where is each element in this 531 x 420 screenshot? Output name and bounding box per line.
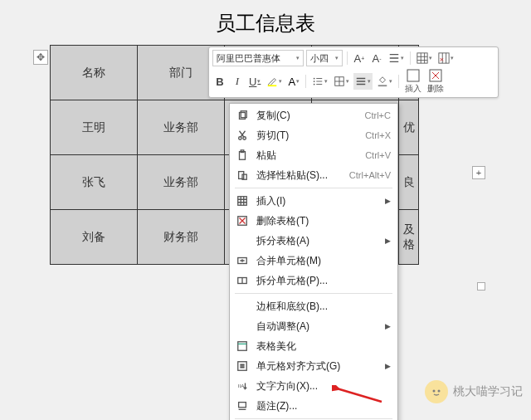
svg-point-3 <box>314 78 315 80</box>
menu-text-direction[interactable]: IIA 文字方向(X)... <box>230 376 397 396</box>
svg-point-12 <box>239 137 242 140</box>
watermark-icon <box>425 380 448 403</box>
submenu-arrow-icon: ▶ <box>385 322 391 330</box>
font-size-select[interactable]: 小四▾ <box>306 50 343 66</box>
beautify-icon <box>235 339 250 354</box>
menu-merge-cells[interactable]: 合并单元格(M) <box>230 251 397 271</box>
svg-rect-8 <box>407 70 419 81</box>
menu-separator <box>235 293 392 294</box>
copy-icon <box>235 108 250 123</box>
table-resize-handle[interactable] <box>477 282 485 291</box>
cell-name[interactable]: 刘备 <box>51 210 138 265</box>
split-cells-icon <box>235 273 250 288</box>
line-spacing-button[interactable] <box>387 50 406 66</box>
bullet-list-button[interactable] <box>310 73 329 90</box>
menu-separator <box>235 418 392 419</box>
underline-button[interactable]: U <box>247 73 262 90</box>
watermark: 桃大喵学习记 <box>425 380 523 403</box>
cell-name[interactable]: 张飞 <box>51 155 138 210</box>
increase-font-button[interactable]: A+ <box>352 50 367 66</box>
insert-table-button[interactable] <box>415 50 434 66</box>
svg-rect-2 <box>268 85 277 86</box>
cell-tail[interactable]: 优 <box>399 100 419 155</box>
menu-borders[interactable]: 边框和底纹(B)... <box>230 296 397 316</box>
text-direction-icon: IIA <box>235 378 250 393</box>
menu-delete-table[interactable]: 删除表格(T) <box>230 211 397 231</box>
menu-autofit[interactable]: 自动调整(A) ▶ <box>230 316 397 336</box>
align-button[interactable] <box>353 73 373 90</box>
svg-rect-18 <box>238 197 247 206</box>
svg-point-4 <box>314 81 315 82</box>
menu-caption[interactable]: 题注(Z)... <box>230 396 397 416</box>
menu-cell-align[interactable]: 单元格对齐方式(G) ▶ <box>230 356 397 376</box>
delete-table-icon <box>235 213 250 228</box>
menu-beautify[interactable]: 表格美化 <box>230 336 397 356</box>
cell-tail[interactable]: 及格 <box>399 210 419 265</box>
menu-copy[interactable]: 复制(C) Ctrl+C <box>230 105 397 125</box>
document-title: 员工信息表 <box>0 0 531 42</box>
font-color-button[interactable]: A <box>286 73 301 90</box>
svg-rect-25 <box>239 403 246 408</box>
menu-insert[interactable]: 插入(I) ▶ <box>230 191 397 211</box>
header-cell[interactable]: 名称 <box>51 46 138 100</box>
insert-group-button[interactable]: 插入 <box>403 68 423 95</box>
border-button[interactable] <box>332 73 351 90</box>
delete-table-button[interactable] <box>436 50 455 66</box>
insert-icon <box>235 193 250 208</box>
svg-point-28 <box>438 390 441 393</box>
cell-dept[interactable]: 业务部 <box>138 155 225 210</box>
menu-cut[interactable]: 剪切(T) Ctrl+X <box>230 125 397 145</box>
svg-point-27 <box>433 390 436 393</box>
highlight-button[interactable] <box>265 73 284 90</box>
table-move-handle[interactable]: ✥ <box>33 50 48 65</box>
merge-cells-icon <box>235 253 250 268</box>
decrease-font-button[interactable]: A- <box>369 50 384 66</box>
submenu-arrow-icon: ▶ <box>385 237 391 245</box>
delete-group-button[interactable]: 删除 <box>426 68 446 95</box>
menu-separator <box>235 188 392 188</box>
svg-rect-22 <box>238 342 247 351</box>
svg-rect-16 <box>239 172 244 179</box>
cut-icon <box>235 128 250 143</box>
menu-paste-special[interactable]: 选择性粘贴(S)... Ctrl+Alt+V <box>230 165 397 185</box>
context-menu: 复制(C) Ctrl+C 剪切(T) Ctrl+X 粘贴 Ctrl+V 选择性粘… <box>229 103 398 420</box>
caption-icon <box>235 398 250 413</box>
mini-toolbar: 阿里巴巴普惠体▾ 小四▾ A+ A- B I U A <box>208 46 499 98</box>
font-name-select[interactable]: 阿里巴巴普惠体▾ <box>212 50 304 66</box>
svg-rect-7 <box>378 85 387 86</box>
paste-icon <box>235 148 250 163</box>
svg-point-5 <box>314 84 315 85</box>
cell-name[interactable]: 王明 <box>51 100 138 155</box>
submenu-arrow-icon: ▶ <box>385 197 391 205</box>
paste-special-icon <box>235 168 250 183</box>
italic-button[interactable]: I <box>230 73 245 90</box>
align-icon <box>235 359 250 374</box>
menu-paste[interactable]: 粘贴 Ctrl+V <box>230 145 397 165</box>
svg-point-13 <box>243 137 246 140</box>
shading-button[interactable] <box>375 73 394 90</box>
menu-split-table[interactable]: 拆分表格(A) ▶ <box>230 231 397 251</box>
menu-split-cells[interactable]: 拆分单元格(P)... <box>230 271 397 291</box>
cell-dept[interactable]: 业务部 <box>138 100 225 155</box>
cell-dept[interactable]: 财务部 <box>138 210 225 265</box>
submenu-arrow-icon: ▶ <box>385 362 391 370</box>
bold-button[interactable]: B <box>212 73 227 90</box>
add-column-button[interactable]: + <box>472 166 485 179</box>
svg-rect-0 <box>417 53 427 63</box>
cell-tail[interactable]: 良 <box>399 155 419 210</box>
